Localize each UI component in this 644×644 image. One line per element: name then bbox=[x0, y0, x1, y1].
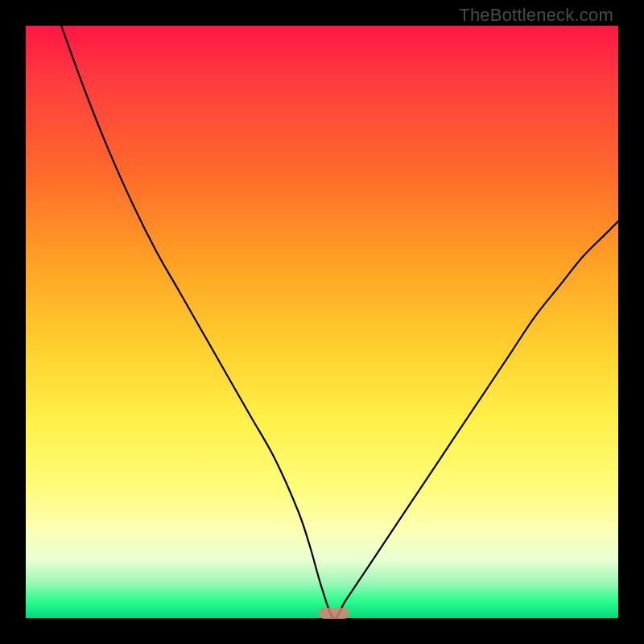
optimum-marker bbox=[319, 608, 349, 619]
bottleneck-curve bbox=[26, 26, 618, 618]
watermark-text: TheBottleneck.com bbox=[459, 5, 613, 26]
chart-frame: TheBottleneck.com bbox=[0, 0, 644, 644]
plot-area bbox=[26, 26, 618, 618]
